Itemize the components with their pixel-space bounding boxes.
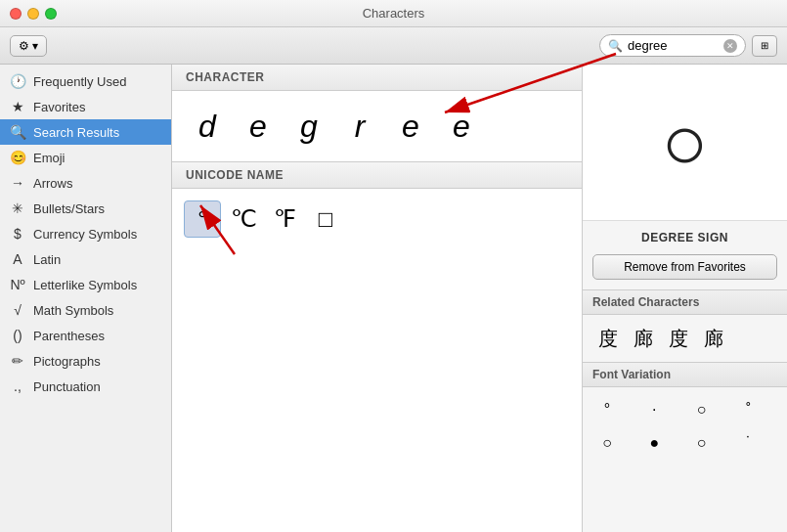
font-variation-item[interactable]: ○ — [592, 428, 622, 458]
grid-icon: ⊞ — [761, 40, 768, 51]
related-char-item[interactable]: 度 — [592, 323, 624, 354]
content-area: Character degree Unicode Name °℃℉□ — [172, 65, 582, 532]
window-title: Characters — [363, 6, 425, 21]
sidebar-item-letterlike[interactable]: NºLetterlike Symbols — [0, 272, 171, 297]
font-variations: °·○˚○●○˙ — [583, 387, 787, 466]
sidebar-item-favorites[interactable]: ★Favorites — [0, 94, 171, 119]
math-icon: √ — [10, 302, 25, 318]
related-char-item[interactable]: 廊 — [698, 323, 729, 354]
action-button[interactable]: ⚙ ▾ — [10, 35, 47, 57]
minimize-button[interactable] — [27, 8, 39, 20]
latin-icon: A — [10, 251, 25, 267]
punctuation-icon: ., — [10, 378, 25, 394]
sidebar-label-punctuation: Punctuation — [33, 379, 101, 394]
unicode-char-cell[interactable]: ℃ — [225, 200, 262, 238]
sidebar-label-parentheses: Parentheses — [33, 329, 105, 343]
character-cell[interactable]: g — [285, 103, 332, 150]
sidebar-label-arrows: Arrows — [33, 176, 72, 191]
sidebar-label-currency: Currency Symbols — [33, 227, 137, 242]
sidebar-label-letterlike: Letterlike Symbols — [33, 278, 137, 292]
character-cell[interactable]: e — [235, 103, 282, 150]
search-input[interactable] — [628, 38, 719, 53]
unicode-header: Unicode Name — [172, 161, 582, 189]
traffic-lights — [10, 8, 57, 20]
favorites-icon: ★ — [10, 99, 25, 114]
close-button[interactable] — [10, 8, 22, 20]
sidebar-item-math[interactable]: √Math Symbols — [0, 297, 171, 323]
related-chars-header: Related Characters — [583, 289, 787, 315]
font-variation-item[interactable]: ● — [639, 428, 669, 458]
sidebar-item-punctuation[interactable]: .,Punctuation — [0, 374, 171, 399]
character-cell[interactable]: e — [438, 103, 485, 150]
sidebar-item-latin[interactable]: ALatin — [0, 246, 171, 272]
sidebar-item-pictographs[interactable]: ✏Pictographs — [0, 348, 171, 374]
sidebar-label-pictographs: Pictographs — [33, 354, 101, 369]
font-variation-item[interactable]: ○ — [687, 395, 717, 424]
sidebar-item-search-results[interactable]: 🔍Search Results — [0, 119, 171, 145]
unicode-char-cell[interactable]: □ — [307, 200, 344, 238]
maximize-button[interactable] — [45, 8, 57, 20]
sidebar-label-emoji: Emoji — [33, 151, 66, 165]
unicode-char-cell[interactable]: ° — [184, 200, 221, 238]
related-char-item[interactable]: 度 — [663, 323, 694, 354]
search-clear-button[interactable]: ✕ — [723, 39, 737, 53]
arrows-icon: → — [10, 175, 25, 191]
sidebar-label-bullets-stars: Bullets/Stars — [33, 201, 105, 216]
character-grid: degree — [172, 91, 582, 161]
character-header: Character — [172, 65, 582, 91]
sidebar-item-currency[interactable]: $Currency Symbols — [0, 221, 171, 246]
sidebar-label-latin: Latin — [33, 252, 61, 267]
detail-preview: ○ — [583, 65, 787, 221]
detail-panel: ○ DEGREE SIGN Remove from Favorites Rela… — [582, 65, 787, 532]
related-char-item[interactable]: 廊 — [628, 323, 659, 354]
toolbar: ⚙ ▾ 🔍 ✕ ⊞ — [0, 27, 787, 65]
sidebar-label-math: Math Symbols — [33, 303, 113, 318]
detail-character-name: DEGREE SIGN — [583, 221, 787, 254]
font-variation-item[interactable]: ˚ — [734, 395, 764, 424]
unicode-char-cell[interactable]: ℉ — [266, 200, 303, 238]
grid-view-button[interactable]: ⊞ — [752, 35, 777, 57]
unicode-grid: °℃℉□ — [172, 189, 582, 249]
remove-favorites-button[interactable]: Remove from Favorites — [592, 254, 777, 280]
parentheses-icon: () — [10, 328, 25, 343]
related-characters: 度廊度廊 — [583, 315, 787, 362]
sidebar: 🕐Frequently Used★Favorites🔍Search Result… — [0, 65, 172, 532]
bullets-stars-icon: ✳ — [10, 200, 25, 216]
font-variation-item[interactable]: · — [639, 395, 669, 424]
emoji-icon: 😊 — [10, 150, 25, 165]
search-icon: 🔍 — [608, 39, 623, 53]
sidebar-item-bullets-stars[interactable]: ✳Bullets/Stars — [0, 196, 171, 221]
font-variation-item[interactable]: ○ — [687, 428, 717, 458]
detail-character: ○ — [661, 98, 708, 188]
font-variation-header: Font Variation — [583, 362, 787, 387]
sidebar-item-frequently-used[interactable]: 🕐Frequently Used — [0, 68, 171, 94]
search-box: 🔍 ✕ — [599, 34, 746, 57]
sidebar-item-parentheses[interactable]: ()Parentheses — [0, 323, 171, 348]
search-results-icon: 🔍 — [10, 124, 25, 140]
font-variation-item[interactable]: ° — [592, 395, 622, 424]
toolbar-right: 🔍 ✕ ⊞ — [599, 34, 777, 57]
sidebar-item-arrows[interactable]: →Arrows — [0, 170, 171, 196]
sidebar-item-emoji[interactable]: 😊Emoji — [0, 145, 171, 170]
titlebar: Characters — [0, 0, 787, 27]
sidebar-label-favorites: Favorites — [33, 100, 85, 114]
letterlike-icon: Nº — [10, 277, 25, 292]
currency-icon: $ — [10, 226, 25, 242]
sidebar-label-search-results: Search Results — [33, 125, 119, 140]
character-cell[interactable]: r — [336, 103, 383, 150]
character-cell[interactable]: e — [387, 103, 434, 150]
sidebar-label-frequently-used: Frequently Used — [33, 74, 126, 89]
toolbar-left: ⚙ ▾ — [10, 35, 47, 57]
character-cell[interactable]: d — [184, 103, 231, 150]
font-variation-item[interactable]: ˙ — [734, 428, 764, 458]
frequently-used-icon: 🕐 — [10, 73, 25, 89]
pictographs-icon: ✏ — [10, 353, 25, 369]
main-area: 🕐Frequently Used★Favorites🔍Search Result… — [0, 65, 787, 532]
